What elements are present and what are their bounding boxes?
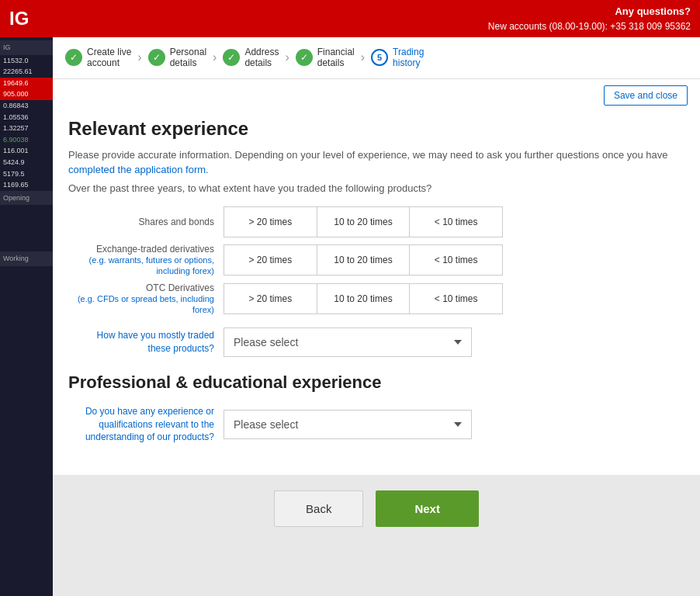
step-personal: ✓ Personaldetails — [148, 47, 206, 69]
sidebar-val-6: 1.05536 — [0, 112, 53, 123]
shares-bonds-option-group: > 20 times 10 to 20 times < 10 times — [224, 206, 503, 237]
sidebar-working-label: Working — [0, 251, 53, 266]
step-financial: ✓ Financialdetails — [296, 47, 355, 69]
next-button[interactable]: Next — [376, 490, 479, 527]
etd-option-group: > 20 times 10 to 20 times < 10 times — [224, 244, 503, 275]
traded-products-select[interactable]: Please select — [224, 327, 472, 357]
sidebar-opening-label: Opening — [0, 191, 53, 206]
sidebar-val-9: 116.001 — [0, 145, 53, 157]
experience-row: Do you have any experience orqualificati… — [68, 405, 684, 444]
step-trading-num: 5 — [371, 49, 388, 66]
back-button[interactable]: Back — [274, 490, 363, 527]
trading-sidebar: IG 11532.0 22265.61 19649.6 905.000 0.86… — [0, 37, 53, 596]
sidebar-val-11: 5179.5 — [0, 168, 53, 180]
form-area: Relevant experience Please provide accur… — [53, 106, 700, 475]
otc-10to20[interactable]: 10 to 20 times — [317, 284, 411, 314]
etd-gt20[interactable]: > 20 times — [224, 245, 317, 275]
arrow-1: › — [137, 50, 141, 64]
step-financial-label: Financialdetails — [317, 47, 355, 69]
sidebar-val-7: 1.32257 — [0, 123, 53, 134]
arrow-4: › — [361, 50, 365, 64]
sidebar-val-10: 5424.9 — [0, 157, 53, 168]
otc-sublabel: (e.g. CFDs or spread bets, including for… — [78, 294, 214, 314]
etd-sublabel: (e.g. warrants, futures or options, incl… — [89, 255, 214, 275]
step-address-check: ✓ — [223, 49, 240, 66]
etd-10to20[interactable]: 10 to 20 times — [317, 245, 411, 275]
shares-bonds-10to20[interactable]: 10 to 20 times — [317, 207, 411, 237]
shares-bonds-gt20[interactable]: > 20 times — [224, 207, 317, 237]
arrow-2: › — [213, 50, 217, 64]
sidebar-val-5: 0.86843 — [0, 100, 53, 112]
step-trading-label: Tradinghistory — [393, 47, 424, 69]
traded-products-row: How have you mostly tradedthese products… — [68, 327, 684, 357]
step-create-check: ✓ — [65, 49, 82, 66]
etd-label: Exchange-traded derivatives (e.g. warran… — [68, 244, 224, 276]
sidebar-val-12: 1169.65 — [0, 179, 53, 191]
sidebar-label: IG — [0, 40, 53, 55]
step-address-label: Addressdetails — [244, 47, 279, 69]
save-close-wrapper: Save and close — [53, 79, 700, 106]
step-personal-label: Personaldetails — [170, 47, 206, 69]
info-paragraph: Please provide accurate information. Dep… — [68, 147, 684, 178]
trading-question: Over the past three years, to what exten… — [68, 182, 684, 194]
shares-bonds-lt10[interactable]: < 10 times — [410, 207, 502, 237]
contact-info: Any questions? New accounts (08.00-19.00… — [488, 4, 691, 33]
top-bar: IG Any questions? New accounts (08.00-19… — [0, 0, 700, 37]
step-trading: 5 Tradinghistory — [371, 47, 424, 69]
experience-select[interactable]: Please select — [224, 410, 472, 439]
otc-options: > 20 times 10 to 20 times < 10 times — [224, 283, 503, 314]
save-close-button[interactable]: Save and close — [604, 85, 688, 106]
traded-products-label: How have you mostly tradedthese products… — [68, 329, 224, 355]
etd-options: > 20 times 10 to 20 times < 10 times — [224, 244, 503, 275]
step-financial-check: ✓ — [296, 49, 313, 66]
section2-title: Professional & educational experience — [68, 372, 684, 393]
progress-bar: ✓ Create liveaccount › ✓ Personaldetails… — [53, 37, 700, 79]
otc-lt10[interactable]: < 10 times — [410, 284, 502, 314]
logo: IG — [9, 8, 29, 29]
otc-option-group: > 20 times 10 to 20 times < 10 times — [224, 283, 503, 314]
step-address: ✓ Addressdetails — [223, 47, 279, 69]
step-create: ✓ Create liveaccount — [65, 47, 131, 69]
page-title: Relevant experience — [68, 118, 684, 140]
etd-lt10[interactable]: < 10 times — [410, 245, 502, 275]
sidebar-val-4: 905.000 — [0, 88, 53, 100]
bottom-buttons: Back Next — [53, 475, 700, 542]
step-create-label: Create liveaccount — [87, 47, 131, 69]
experience-label: Do you have any experience orqualificati… — [68, 405, 224, 444]
application-form-link[interactable]: completed the application form. — [68, 164, 209, 175]
arrow-3: › — [285, 50, 289, 64]
sidebar-val-3: 19649.6 — [0, 78, 53, 89]
otc-label: OTC Derivatives (e.g. CFDs or spread bet… — [68, 282, 224, 315]
sidebar-val-2: 22265.61 — [0, 66, 53, 78]
main-content: ✓ Create liveaccount › ✓ Personaldetails… — [53, 37, 700, 596]
shares-bonds-label: Shares and bonds — [68, 217, 224, 227]
otc-gt20[interactable]: > 20 times — [224, 284, 317, 314]
shares-bonds-options: > 20 times 10 to 20 times < 10 times — [224, 206, 503, 237]
sidebar-val-8: 6.90038 — [0, 134, 53, 146]
step-personal-check: ✓ — [148, 49, 165, 66]
sidebar-val-1: 11532.0 — [0, 55, 53, 67]
